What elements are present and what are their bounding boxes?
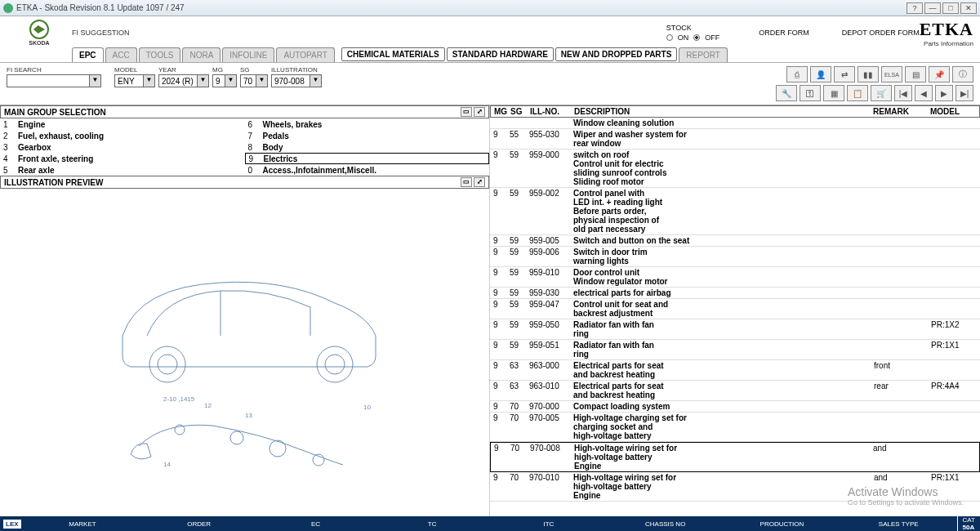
part-row[interactable]: 970970-000Compact loading system	[490, 401, 980, 413]
chevron-down-icon[interactable]: ▼	[197, 75, 208, 87]
nav-next-icon[interactable]: ▶	[935, 85, 953, 101]
mg-select[interactable]: ▼	[212, 74, 237, 87]
group-row[interactable]: 7Pedals	[245, 130, 490, 141]
info-icon[interactable]: ⓘ	[952, 66, 973, 83]
key-icon[interactable]: ⚿	[800, 85, 821, 101]
illustration-select[interactable]: ▼	[271, 74, 322, 87]
help-button[interactable]: ?	[906, 2, 923, 14]
parts-table-header: MG SG ILL-NO. DESCRIPTION REMARK MODEL	[490, 105, 980, 118]
part-row[interactable]: 959959-002Control panel withLED int. + r…	[490, 188, 980, 235]
group-row[interactable]: 4Front axle, steering	[0, 153, 245, 164]
mg-label: MG	[212, 66, 237, 74]
maximize-button[interactable]: □	[942, 2, 959, 14]
chevron-down-icon[interactable]: ▼	[89, 75, 100, 87]
wrench-icon[interactable]: 🔧	[776, 85, 797, 101]
year-select[interactable]: ▼	[158, 74, 209, 87]
nav-first-icon[interactable]: |◀	[894, 85, 912, 101]
brand-logo: SKODA	[7, 20, 72, 46]
tab-autopart[interactable]: AUTOPART	[276, 47, 334, 62]
footer-sales: SALES TYPE	[840, 520, 957, 528]
part-row[interactable]: 959959-010Door control unitWindow regula…	[490, 267, 980, 288]
part-row[interactable]: Window cleaning solution	[490, 118, 980, 129]
tab-infoline[interactable]: INFOLINE	[222, 47, 274, 62]
expand-icon[interactable]: ⤢	[474, 177, 485, 187]
tab-nora[interactable]: NORA	[182, 47, 220, 62]
app-icon	[3, 3, 13, 13]
close-button[interactable]: ✕	[960, 2, 977, 14]
document-icon[interactable]: ▤	[905, 66, 926, 83]
group-row[interactable]: 9Electrics	[245, 153, 490, 164]
cart-icon[interactable]: 🛒	[871, 85, 892, 101]
part-row[interactable]: 959959-047Control unit for seat andbackr…	[490, 299, 980, 319]
tab-epc[interactable]: EPC	[72, 47, 104, 62]
tab-tools[interactable]: TOOLS	[139, 47, 181, 62]
sg-select[interactable]: ▼	[240, 74, 268, 87]
part-row[interactable]: 963963-010Electrical parts for seatand b…	[490, 381, 980, 401]
svg-text:10: 10	[363, 404, 371, 411]
etka-subtitle: Parts Information	[920, 40, 973, 47]
expand-icon[interactable]: ⤢	[474, 107, 485, 117]
part-row[interactable]: 959959-030electrical parts for airbag	[490, 288, 980, 299]
fi-search-label: FI SEARCH	[7, 66, 101, 74]
status-bar: LEX MARKET ORDER EC TC ITC CHASSIS NO PR…	[0, 516, 980, 531]
fi-search-input[interactable]: ▼	[7, 74, 101, 87]
illustration-preview: 2-10 ,1415 10 12 13 14	[0, 189, 489, 531]
group-row[interactable]: 0Access.,Infotainment,Miscell.	[245, 164, 490, 176]
group-row[interactable]: 1Engine	[0, 118, 245, 130]
group-row[interactable]: 3Gearbox	[0, 141, 245, 153]
model-label: MODEL	[114, 66, 155, 74]
group-row[interactable]: 8Body	[245, 141, 490, 153]
toolbar: FI SEARCH ▼ MODEL ▼ YEAR ▼ MG ▼ SG ▼ ILL…	[0, 63, 980, 105]
main-group-header: MAIN GROUP SELECTION ▭ ⤢	[0, 105, 489, 118]
minimize-button[interactable]: —	[924, 2, 941, 14]
user-icon[interactable]: 👤	[810, 66, 831, 83]
part-row[interactable]: 959959-050Radiator fan with fanringPR:1X…	[490, 319, 980, 340]
part-row[interactable]: 959959-051Radiator fan with fanringPR:1X…	[490, 340, 980, 360]
tab-report[interactable]: REPORT	[679, 47, 728, 62]
chevron-down-icon[interactable]: ▼	[225, 75, 236, 87]
exchange-icon[interactable]: ⇄	[834, 66, 855, 83]
print-icon[interactable]: ⎙	[786, 66, 808, 83]
collapse-icon[interactable]: ▭	[461, 107, 472, 117]
stock-on-radio[interactable]	[666, 34, 673, 41]
stock-off-radio[interactable]	[693, 34, 700, 41]
chevron-down-icon[interactable]: ▼	[310, 75, 321, 87]
nav-prev-icon[interactable]: ◀	[915, 85, 933, 101]
part-row[interactable]: 970970-008High-voltage wiring set forhig…	[490, 442, 980, 472]
footer-tc: TC	[374, 520, 491, 528]
barcode-icon[interactable]: ▮▮	[858, 66, 879, 83]
group-row[interactable]: 5Rear axle	[0, 164, 245, 176]
clipboard-icon[interactable]: 📋	[847, 85, 868, 101]
tab-standard-hardware[interactable]: STANDARD HARDWARE	[447, 47, 554, 61]
stock-label: STOCK	[666, 24, 720, 32]
tab-new-dropped-parts[interactable]: NEW AND DROPPED PARTS	[555, 47, 678, 61]
group-row[interactable]: 2Fuel, exhaust, cooling	[0, 130, 245, 141]
part-row[interactable]: 959959-006Switch in door trimwarning lig…	[490, 247, 980, 267]
stock-off-label: OFF	[705, 33, 719, 42]
collapse-icon[interactable]: ▭	[461, 177, 472, 187]
nav-last-icon[interactable]: ▶|	[956, 85, 973, 101]
grid-icon[interactable]: ▦	[823, 85, 844, 101]
col-model: MODEL	[930, 107, 979, 116]
etka-logo: ETKA Parts Information	[920, 19, 973, 47]
parts-table-body[interactable]: Window cleaning solution955955-030Wiper …	[490, 118, 980, 531]
model-select[interactable]: ▼	[114, 74, 155, 87]
part-row[interactable]: 955955-030Wiper and washer system forrea…	[490, 129, 980, 149]
window-titlebar: ETKA - Skoda Revision 8.1 Update 1097 / …	[0, 0, 980, 16]
tab-acc[interactable]: ACC	[105, 47, 137, 62]
part-row[interactable]: 963963-000Electrical parts for seatand b…	[490, 360, 980, 381]
part-row[interactable]: 970970-005High-voltage charging set forc…	[490, 413, 980, 442]
chevron-down-icon[interactable]: ▼	[143, 75, 154, 87]
footer-cat: CAT50A	[957, 516, 980, 531]
part-row[interactable]: 959959-000switch on roofControl unit for…	[490, 149, 980, 188]
chevron-down-icon[interactable]: ▼	[256, 75, 267, 87]
header-zone: SKODA FI SUGGESTION STOCK ON OFF ORDER F…	[0, 16, 980, 63]
pin-icon[interactable]: 📌	[929, 66, 950, 83]
lex-badge: LEX	[3, 520, 21, 529]
technical-drawing: 2-10 ,1415 10 12 13 14	[90, 238, 400, 483]
footer-market: MARKET	[24, 520, 141, 528]
part-row[interactable]: 959959-005Switch and button on the seat	[490, 235, 980, 247]
elsa-icon[interactable]: ELSA	[881, 66, 902, 83]
tab-chemical-materials[interactable]: CHEMICAL MATERIALS	[341, 47, 445, 61]
group-row[interactable]: 6Wheels, brakes	[245, 118, 490, 130]
